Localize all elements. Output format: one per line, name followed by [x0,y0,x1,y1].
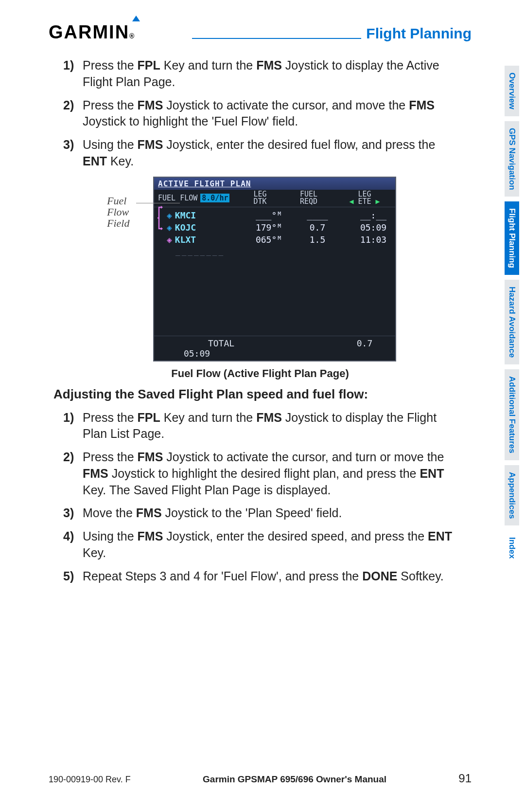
cell-fuel: 0.7 [293,222,342,233]
cell-dtk: 065°ᴹ [245,235,293,245]
step-text: Press the FPL Key and turn the FMS Joyst… [83,410,462,443]
waypoint-id: ◈ KLXT [167,235,245,245]
side-tab[interactable]: Additional Features [505,369,519,460]
waypoint-id: ◈ KOJC [167,222,245,233]
device-screen: ACTIVE FLIGHT PLAN FUEL FLOW 8.0/hr LEGD… [153,177,396,361]
step-item: 2)Press the FMS Joystick to activate the… [63,449,462,498]
screen-body: ◈ KMCI___°ᴹ______:__◈ KOJC179°ᴹ0.705:09◈… [154,207,395,336]
step-text: Press the FMS Joystick to activate the c… [83,449,462,498]
side-tab[interactable]: Hazard Avoidance [505,280,519,364]
garmin-logo: GARMIN® [49,22,135,43]
cell-dtk: ___°ᴹ [245,210,293,220]
callout-line [136,203,180,203]
step-text: Repeat Steps 3 and 4 for 'Fuel Flow', an… [83,568,462,585]
side-tab[interactable]: GPS Navigation [505,121,519,197]
placeholder-row: ________ [158,246,391,256]
step-text: Using the FMS Joystick, enter the desire… [83,528,462,561]
screen-header-row: FUEL FLOW 8.0/hr LEGDTK FUELREQD LEG◀ ET… [154,190,395,208]
step-number: 1) [63,410,83,443]
col-leg-dtk: LEGDTK [236,191,284,206]
fuel-flow-label: FUEL FLOW [158,194,197,202]
step-item: 1)Press the FPL Key and turn the FMS Joy… [63,57,462,90]
diamond-icon: ◈ [167,210,172,220]
step-number: 1) [63,57,83,90]
step-number: 3) [63,505,83,522]
cell-ete: 05:09 [342,222,396,233]
doc-title: Garmin GPSMAP 695/696 Owner's Manual [203,774,386,785]
page-header: GARMIN® Flight Planning [49,22,472,43]
side-tab[interactable]: Overview [505,66,519,116]
step-number: 2) [63,97,83,130]
step-text: Press the FPL Key and turn the FMS Joyst… [83,57,462,90]
step-item: 2)Press the FMS Joystick to activate the… [63,97,462,130]
step-number: 4) [63,528,83,561]
callout-label: FuelFlowField [107,195,129,229]
col-leg-ete: LEG◀ ETE ▶ [333,191,396,206]
steps-list-a: 1)Press the FPL Key and turn the FMS Joy… [63,57,462,170]
fuel-flow-value[interactable]: 8.0/hr [200,194,229,202]
logo-triangle-icon [132,16,140,21]
col-fuel-reqd: FUELREQD [284,191,333,206]
bracket-icon [157,205,164,231]
screen-title: ACTIVE FLIGHT PLAN [154,178,395,190]
waypoint-id: ◈ KMCI [167,210,245,220]
screenshot-container: FuelFlowField ACTIVE FLIGHT PLAN FUEL FL… [49,177,472,361]
cell-ete: 11:03 [342,235,396,245]
cell-ete: __:__ [342,210,396,220]
step-number: 5) [63,568,83,585]
diamond-icon: ◈ [167,222,172,233]
total-fuel: 0.7 [333,338,396,348]
waypoint-row: ◈ KLXT065°ᴹ1.511:03 [158,234,391,246]
total-row: TOTAL 0.7 05:09 [154,336,395,361]
logo-text: GARMIN [49,22,129,42]
cell-fuel: ____ [293,210,342,220]
side-tabs: OverviewGPS NavigationFlight PlanningHaz… [505,66,519,565]
step-number: 2) [63,449,83,498]
subheading: Adjusting the Saved Flight Plan speed an… [53,387,472,402]
waypoint-row: ◈ KOJC179°ᴹ0.705:09 [158,221,391,234]
step-number: 3) [63,137,83,170]
side-tab[interactable]: Index [505,530,519,565]
step-item: 3)Using the FMS Joystick, enter the desi… [63,137,462,170]
step-item: 4)Using the FMS Joystick, enter the desi… [63,528,462,561]
step-text: Move the FMS Joystick to the 'Plan Speed… [83,505,462,522]
step-item: 3)Move the FMS Joystick to the 'Plan Spe… [63,505,462,522]
doc-revision: 190-00919-00 Rev. F [49,775,131,785]
side-tab[interactable]: Appendices [505,465,519,525]
diamond-icon: ◈ [167,235,172,245]
section-title: Flight Planning [361,25,472,43]
figure-caption: Fuel Flow (Active Flight Plan Page) [49,367,472,380]
waypoint-row: ◈ KMCI___°ᴹ______:__ [158,209,391,221]
cell-fuel: 1.5 [293,235,342,245]
page-footer: 190-00919-00 Rev. F Garmin GPSMAP 695/69… [49,772,472,785]
step-text: Using the FMS Joystick, enter the desire… [83,137,462,170]
step-item: 5)Repeat Steps 3 and 4 for 'Fuel Flow', … [63,568,462,585]
total-ete: 05:09 [158,348,236,359]
side-tab[interactable]: Flight Planning [505,201,519,275]
total-label: TOTAL [158,338,284,348]
cell-dtk: 179°ᴹ [245,222,293,233]
step-item: 1)Press the FPL Key and turn the FMS Joy… [63,410,462,443]
page-number: 91 [458,772,472,785]
steps-list-b: 1)Press the FPL Key and turn the FMS Joy… [63,410,462,585]
step-text: Press the FMS Joystick to activate the c… [83,97,462,130]
